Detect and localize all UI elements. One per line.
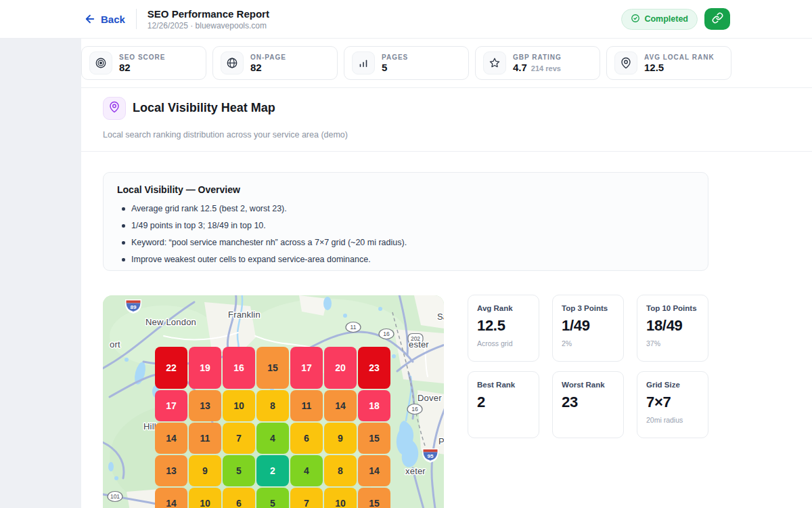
- map-place-label: xeter: [405, 466, 426, 476]
- route-shield-101: 101: [108, 492, 122, 502]
- header-actions: Completed: [621, 8, 730, 30]
- overview-bullet: 1/49 points in top 3; 18/49 in top 10.: [117, 221, 694, 230]
- heatmap-cell: 15: [358, 423, 390, 454]
- heatmap-cell: 10: [223, 390, 255, 421]
- stat-value: 5: [382, 62, 387, 73]
- share-link-button[interactable]: [704, 8, 730, 30]
- heatmap-cell: 13: [189, 390, 221, 421]
- stat-label: AVG LOCAL RANK: [644, 54, 715, 61]
- heatmap-map[interactable]: 8911162021695101 New LondonFranklinortSa…: [103, 295, 444, 508]
- section-header: Local Visibility Heat Map Local search r…: [81, 88, 812, 152]
- stat-card-seo-score: SEO SCORE82: [81, 46, 206, 80]
- map-place-label: Sanf: [437, 312, 444, 322]
- metric-card-top-3-points: Top 3 Points1/492%: [552, 295, 624, 362]
- metric-value: 1/49: [562, 317, 614, 335]
- stat-value: 12.5: [644, 62, 664, 73]
- header-divider: [136, 9, 137, 29]
- svg-text:11: 11: [351, 324, 357, 331]
- heatmap-cell: 10: [324, 488, 357, 508]
- page-subtitle: 12/26/2025 · bluewavepools.com: [148, 21, 269, 30]
- metric-label: Avg Rank: [477, 304, 530, 312]
- heatmap-cell: 6: [290, 423, 323, 454]
- section-subtitle: Local search ranking distribution across…: [103, 130, 348, 140]
- metric-sub: 37%: [646, 339, 699, 347]
- map-place-label: Ports: [438, 436, 444, 446]
- back-label: Back: [101, 14, 125, 25]
- overview-bullet-list: Average grid rank 12.5 (best 2, worst 23…: [117, 204, 694, 264]
- page: Back SEO Performance Report 12/26/2025 ·…: [0, 0, 812, 508]
- page-title: SEO Performance Report: [148, 8, 269, 20]
- route-shield-16: 16: [407, 404, 422, 415]
- target-icon: [89, 51, 112, 75]
- top-bar: Back SEO Performance Report 12/26/2025 ·…: [0, 0, 812, 39]
- map-pin-icon: [108, 101, 120, 116]
- metric-label: Best Rank: [477, 381, 530, 389]
- stat-label: SEO SCORE: [119, 54, 165, 61]
- heatmap-cell: 14: [155, 423, 187, 454]
- heatmap-cell: 16: [223, 347, 255, 389]
- metric-label: Grid Size: [646, 381, 699, 389]
- map-pin-icon: [614, 51, 637, 75]
- heatmap-cell: 20: [324, 347, 357, 389]
- heatmap-cell: 7: [290, 488, 323, 508]
- arrow-left-icon: [84, 13, 96, 25]
- star-icon: [483, 51, 506, 75]
- metric-label: Top 10 Points: [646, 304, 699, 312]
- metric-card-best-rank: Best Rank2: [468, 371, 539, 438]
- bar-chart-icon: [352, 51, 375, 75]
- metric-cards: Avg Rank12.5Across gridTop 3 Points1/492…: [468, 295, 708, 438]
- heatmap-cell: 6: [223, 488, 255, 508]
- heatmap-cell: 8: [324, 455, 357, 486]
- heatmap-cell: 7: [223, 423, 255, 454]
- heatmap-cell: 14: [358, 455, 390, 486]
- section-title: Local Visibility Heat Map: [133, 101, 275, 115]
- map-place-label: ort: [110, 339, 120, 350]
- heatmap-cell: 2: [256, 455, 289, 486]
- map-place-label: Dover: [418, 393, 442, 403]
- metric-card-top-10-points: Top 10 Points18/4937%: [637, 295, 708, 362]
- back-button[interactable]: Back: [84, 13, 125, 25]
- map-place-label: New London: [145, 317, 196, 327]
- metric-card-worst-rank: Worst Rank23: [552, 371, 624, 438]
- route-shield-16: 16: [379, 329, 394, 339]
- stat-label: GBP RATING: [513, 54, 562, 61]
- heatmap-cell: 9: [324, 423, 357, 454]
- metric-sub: 2%: [562, 339, 614, 347]
- stat-value: 82: [250, 62, 262, 73]
- check-circle-icon: [631, 14, 640, 25]
- status-badge-label: Completed: [644, 14, 688, 24]
- svg-text:101: 101: [110, 493, 120, 500]
- metric-sub: Across grid: [477, 339, 530, 347]
- header-titles: SEO Performance Report 12/26/2025 · blue…: [148, 8, 269, 30]
- metric-label: Top 3 Points: [562, 304, 614, 312]
- svg-text:95: 95: [428, 453, 434, 459]
- stat-card-on-page: ON-PAGE82: [212, 46, 338, 80]
- heatmap-grid: 2219161517202317131081114181411746915139…: [155, 347, 390, 508]
- status-badge: Completed: [621, 9, 698, 30]
- metric-value: 18/49: [646, 317, 699, 335]
- heatmap-cell: 23: [358, 347, 390, 389]
- metric-sub: 20mi radius: [646, 416, 699, 424]
- heatmap-cell: 17: [155, 390, 187, 421]
- svg-text:16: 16: [411, 406, 418, 412]
- heatmap-cell: 13: [155, 455, 187, 486]
- stat-label: PAGES: [382, 54, 408, 61]
- overview-bullet: Keyword: “pool service manchester nh” ac…: [117, 238, 694, 247]
- metric-value: 12.5: [477, 317, 530, 335]
- heatmap-cell: 4: [290, 455, 323, 486]
- svg-text:16: 16: [383, 331, 390, 337]
- route-shield-11: 11: [346, 322, 361, 333]
- heatmap-cell: 15: [256, 347, 289, 389]
- metric-label: Worst Rank: [562, 381, 614, 389]
- section-content: Local Visibility — Overview Average grid…: [81, 152, 812, 469]
- heatmap-cell: 15: [358, 488, 390, 508]
- overview-bullet: Improve weakest outer cells to expand se…: [117, 255, 694, 264]
- overview-card: Local Visibility — Overview Average grid…: [103, 172, 708, 271]
- heatmap-cell: 9: [189, 455, 221, 486]
- metric-value: 7×7: [646, 394, 699, 411]
- map-place-label: ester: [409, 339, 429, 350]
- heatmap-cell: 22: [155, 347, 187, 389]
- stat-value: 4.7: [513, 62, 527, 73]
- content-sheet: SEO SCORE82ON-PAGE82PAGES5GBP RATING4.72…: [81, 39, 812, 508]
- metric-card-avg-rank: Avg Rank12.5Across grid: [468, 295, 539, 362]
